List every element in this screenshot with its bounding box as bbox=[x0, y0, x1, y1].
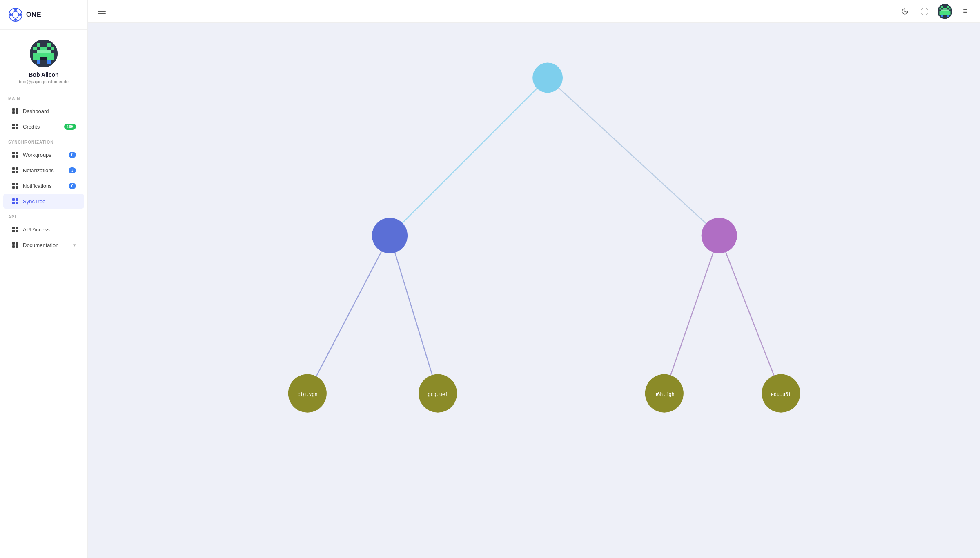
synctree-diagram: cfg.ygn gcq.uef u6h.fgh edu.u6f bbox=[88, 23, 980, 558]
synctree-icon bbox=[11, 198, 19, 205]
sidebar-item-notifications[interactable]: Notifications 0 bbox=[3, 178, 84, 193]
topbar-left bbox=[96, 7, 107, 16]
tree-leaf-lr-label: gcq.uef bbox=[428, 391, 448, 397]
svg-point-3 bbox=[14, 18, 17, 21]
documentation-chevron: ▾ bbox=[74, 242, 76, 248]
notarizations-icon bbox=[11, 167, 19, 174]
documentation-icon bbox=[11, 241, 19, 249]
dashboard-icon bbox=[11, 107, 19, 115]
notarizations-badge: 3 bbox=[69, 167, 76, 173]
svg-line-28 bbox=[548, 78, 719, 236]
svg-line-30 bbox=[390, 236, 438, 393]
workgroups-icon bbox=[11, 151, 19, 158]
workgroups-label: Workgroups bbox=[23, 152, 65, 158]
main-area: ≡ cfg.ygn gcq.uef u6h bbox=[88, 0, 980, 558]
credits-icon bbox=[11, 123, 19, 130]
svg-rect-12 bbox=[37, 50, 51, 54]
sidebar-item-workgroups[interactable]: Workgroups 0 bbox=[3, 147, 84, 162]
svg-line-29 bbox=[307, 236, 390, 393]
svg-rect-9 bbox=[33, 47, 37, 50]
avatar-image bbox=[30, 40, 58, 67]
tree-right-node[interactable] bbox=[702, 218, 737, 253]
notifications-icon bbox=[11, 182, 19, 189]
tree-root-node[interactable] bbox=[532, 62, 563, 93]
sidebar-item-notarizations[interactable]: Notarizations 3 bbox=[3, 163, 84, 178]
notarizations-label: Notarizations bbox=[23, 167, 65, 173]
sidebar-item-credits[interactable]: Credits 196 bbox=[3, 119, 84, 134]
profile-email: bob@payingcustomer.de bbox=[19, 79, 69, 84]
svg-rect-11 bbox=[51, 47, 54, 50]
api-section-label: API bbox=[0, 209, 87, 222]
profile-name: Bob Alicon bbox=[29, 71, 58, 78]
sync-section-label: SYNCHRONIZATION bbox=[0, 134, 87, 147]
svg-rect-26 bbox=[947, 15, 949, 17]
profile-section: Bob Alicon bob@payingcustomer.de bbox=[0, 30, 87, 91]
svg-rect-8 bbox=[47, 43, 51, 47]
sidebar-item-dashboard[interactable]: Dashboard bbox=[3, 104, 84, 118]
documentation-label: Documentation bbox=[23, 242, 69, 248]
logo-area: ONE bbox=[0, 0, 87, 30]
api-access-icon bbox=[11, 226, 19, 233]
svg-point-1 bbox=[12, 11, 19, 18]
svg-point-4 bbox=[9, 13, 12, 16]
logo-text: ONE bbox=[26, 11, 42, 18]
svg-rect-24 bbox=[940, 11, 951, 15]
tree-left-node[interactable] bbox=[372, 218, 408, 253]
svg-line-31 bbox=[664, 236, 719, 393]
fullscreen-button[interactable] bbox=[918, 5, 931, 18]
svg-rect-7 bbox=[37, 43, 40, 47]
svg-rect-15 bbox=[47, 60, 51, 64]
topbar-avatar[interactable] bbox=[938, 4, 952, 19]
workgroups-badge: 0 bbox=[69, 152, 76, 158]
svg-rect-16 bbox=[40, 57, 47, 61]
svg-rect-18 bbox=[941, 6, 943, 8]
dashboard-label: Dashboard bbox=[23, 108, 76, 114]
sidebar: ONE Bob Alicon bob@payingcustomer.de MAI… bbox=[0, 0, 88, 558]
notifications-badge: 0 bbox=[69, 183, 76, 189]
sidebar-item-synctree[interactable]: SyncTree bbox=[3, 194, 84, 209]
tree-leaf-rr-label: edu.u6f bbox=[771, 391, 791, 397]
svg-rect-22 bbox=[949, 8, 951, 10]
credits-label: Credits bbox=[23, 124, 60, 130]
sidebar-item-documentation[interactable]: Documentation ▾ bbox=[3, 238, 84, 252]
hamburger-button[interactable] bbox=[96, 7, 107, 16]
svg-rect-19 bbox=[947, 6, 949, 8]
topbar: ≡ bbox=[88, 0, 980, 23]
svg-point-2 bbox=[14, 9, 17, 11]
tree-leaf-ll-label: cfg.ygn bbox=[297, 391, 318, 397]
sidebar-item-api-access[interactable]: API Access bbox=[3, 222, 84, 237]
synctree-label: SyncTree bbox=[23, 198, 76, 205]
notifications-label: Notifications bbox=[23, 183, 65, 189]
svg-rect-25 bbox=[941, 15, 943, 17]
api-access-label: API Access bbox=[23, 227, 76, 233]
svg-rect-23 bbox=[941, 9, 949, 11]
dark-mode-button[interactable] bbox=[898, 5, 911, 18]
svg-rect-10 bbox=[40, 47, 47, 50]
logo-icon bbox=[8, 7, 23, 22]
svg-point-5 bbox=[19, 13, 22, 16]
svg-rect-20 bbox=[940, 8, 942, 10]
topbar-menu-button[interactable]: ≡ bbox=[959, 5, 972, 18]
svg-line-32 bbox=[719, 236, 781, 393]
credits-badge: 196 bbox=[64, 124, 76, 130]
avatar bbox=[30, 40, 58, 67]
svg-rect-14 bbox=[37, 60, 40, 64]
svg-rect-21 bbox=[943, 8, 947, 10]
svg-line-27 bbox=[390, 78, 548, 236]
main-section-label: MAIN bbox=[0, 91, 87, 103]
tree-canvas: cfg.ygn gcq.uef u6h.fgh edu.u6f bbox=[88, 23, 980, 558]
topbar-right: ≡ bbox=[898, 4, 972, 19]
tree-leaf-rl-label: u6h.fgh bbox=[654, 391, 675, 397]
